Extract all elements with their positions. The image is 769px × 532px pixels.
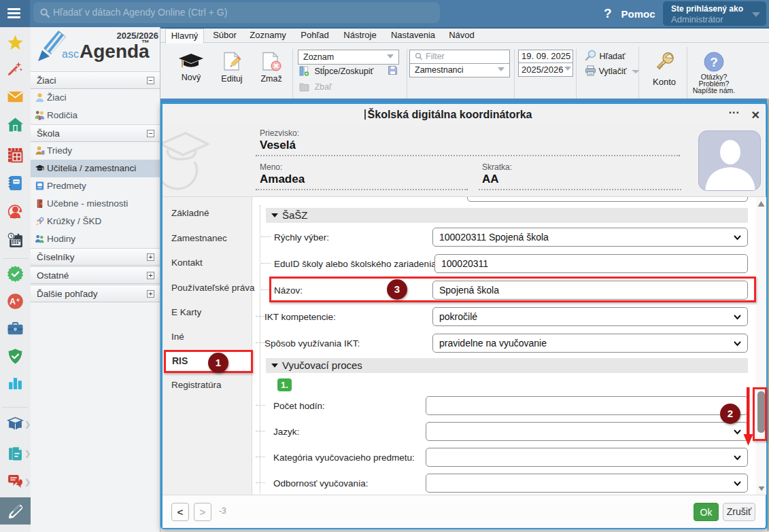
svg-text:asc: asc (62, 48, 79, 60)
svg-text:Agenda: Agenda (80, 41, 150, 62)
svg-text:™: ™ (141, 38, 150, 48)
svg-text:A: A (10, 297, 16, 306)
svg-text:?: ? (710, 55, 718, 69)
svg-text:+: + (16, 297, 20, 304)
